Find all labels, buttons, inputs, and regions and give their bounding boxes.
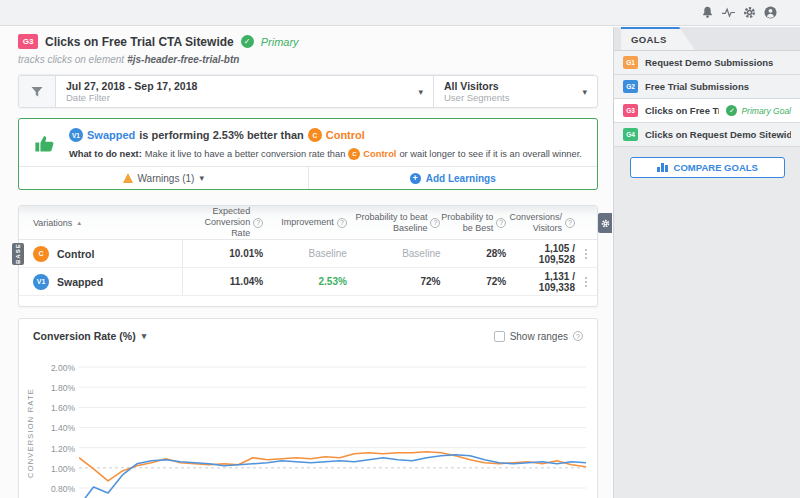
control-name: Control bbox=[326, 129, 365, 141]
prob-best-value: 28% bbox=[441, 248, 507, 259]
y-axis-tick: 1.00% bbox=[23, 464, 75, 474]
conversion-chart-card: Conversion Rate (%) ▾ Show ranges ? CONV… bbox=[18, 318, 598, 498]
table-header-row: Variations ▲ Expected Conversion Rate ? … bbox=[19, 206, 597, 240]
help-icon[interactable]: ? bbox=[337, 218, 347, 228]
goal-selector: #js-header-free-trial-btn bbox=[127, 54, 239, 65]
goal-label: Request Demo Submissions bbox=[645, 57, 773, 68]
add-learnings-button[interactable]: + Add Learnings bbox=[308, 167, 598, 189]
caret-down-icon: ▾ bbox=[142, 331, 147, 341]
column-header-improvement: Improvement ? bbox=[263, 217, 347, 228]
y-axis-tick: 2.00% bbox=[23, 363, 75, 373]
goal-badge: G1 bbox=[623, 56, 638, 69]
compare-goals-label: COMPARE GOALS bbox=[674, 162, 758, 173]
goal-description: tracks clicks on element#js-header-free-… bbox=[18, 54, 594, 65]
column-header-variations[interactable]: Variations ▲ bbox=[19, 218, 183, 228]
metric-dropdown[interactable]: Conversion Rate (%) ▾ bbox=[33, 330, 146, 342]
topbar bbox=[0, 0, 800, 26]
sidebar-tab-row: GOALS bbox=[614, 27, 800, 51]
insight-headline: V1 Swapped is performing 2.53% better th… bbox=[69, 128, 582, 142]
variation-cell: V1 Swapped bbox=[19, 268, 183, 295]
notifications-bell-icon[interactable] bbox=[701, 6, 714, 19]
goal-badge: G2 bbox=[623, 80, 638, 93]
help-icon[interactable]: ? bbox=[430, 218, 440, 228]
bar-chart-icon bbox=[657, 163, 668, 172]
user-segments-label: User Segments bbox=[444, 92, 582, 103]
conversions-value: 1,105 / 109,528 bbox=[506, 243, 575, 265]
column-header-expected-cr: Expected Conversion Rate ? bbox=[183, 206, 263, 239]
variation-badge: V1 bbox=[69, 128, 83, 142]
sidebar-item-g2[interactable]: G2 Free Trial Submissions bbox=[614, 75, 800, 99]
expected-cr-value: 10.01% bbox=[183, 248, 263, 259]
column-header-prob-best: Probability to be Best ? bbox=[440, 212, 506, 234]
goal-label: Clicks on Free Trial ... bbox=[645, 105, 719, 116]
sidebar-item-g3[interactable]: G3 Clicks on Free Trial ... ✓ Primary Go… bbox=[614, 99, 800, 123]
main-content: G3 Clicks on Free Trial CTA Sitewide ✓ P… bbox=[0, 27, 612, 498]
goal-badge: G4 bbox=[623, 128, 638, 141]
variation-badge: V1 bbox=[33, 274, 49, 290]
control-badge: C bbox=[348, 148, 360, 160]
filter-bar: Jul 27, 2018 - Sep 17, 2018 Date Filter … bbox=[18, 75, 598, 108]
goals-sidebar: GOALS G1 Request Demo Submissions G2 Fre… bbox=[613, 27, 800, 498]
add-learnings-label: Add Learnings bbox=[426, 173, 496, 184]
page-title: Clicks on Free Trial CTA Sitewide bbox=[45, 35, 234, 49]
sort-asc-icon: ▲ bbox=[76, 220, 82, 226]
help-icon[interactable]: ? bbox=[253, 218, 263, 228]
winner-insight-card: V1 Swapped is performing 2.53% better th… bbox=[18, 118, 598, 190]
next-steps-label: What to do next: bbox=[69, 149, 142, 159]
y-axis-tick: 0.80% bbox=[23, 484, 75, 494]
conversion-rate-line-chart bbox=[79, 351, 586, 498]
variation-name: Swapped bbox=[57, 276, 103, 288]
series-swapped bbox=[79, 455, 586, 498]
next-steps-text: What to do next: Make it live to have a … bbox=[69, 148, 582, 160]
date-filter-dropdown[interactable]: Jul 27, 2018 - Sep 17, 2018 Date Filter … bbox=[56, 76, 433, 107]
next-steps-before: Make it live to have a better conversion… bbox=[145, 149, 346, 159]
warnings-toggle[interactable]: Warnings (1) ▾ bbox=[19, 167, 308, 189]
baseline-tag: BASE bbox=[12, 243, 24, 265]
user-segments-value: All Visitors bbox=[444, 80, 582, 92]
y-axis-tick: 1.40% bbox=[23, 423, 75, 433]
gear-icon bbox=[601, 219, 610, 228]
filter-funnel-button[interactable] bbox=[19, 76, 56, 107]
tab-goals[interactable]: GOALS bbox=[621, 27, 697, 50]
goal-label: Clicks on Request Demo Sitewide bbox=[645, 129, 791, 140]
user-segments-dropdown[interactable]: All Visitors User Segments ▾ bbox=[433, 76, 597, 107]
primary-check-icon: ✓ bbox=[241, 35, 254, 48]
plus-icon: + bbox=[410, 173, 421, 184]
activity-pulse-icon[interactable] bbox=[722, 6, 735, 19]
chart-header: Conversion Rate (%) ▾ Show ranges ? bbox=[19, 319, 597, 342]
help-icon[interactable]: ? bbox=[573, 331, 583, 341]
help-icon[interactable]: ? bbox=[496, 218, 506, 228]
expected-cr-value: 11.04% bbox=[183, 276, 263, 287]
y-axis-tick: 1.80% bbox=[23, 383, 75, 393]
control-badge: C bbox=[33, 246, 49, 262]
improvement-value: Baseline bbox=[263, 248, 347, 259]
metric-label: Conversion Rate (%) bbox=[33, 330, 136, 342]
primary-goal-label: Primary Goal bbox=[741, 106, 791, 116]
table-settings-gear-button[interactable] bbox=[598, 213, 612, 233]
primary-check-icon: ✓ bbox=[726, 105, 737, 116]
warning-icon bbox=[123, 173, 133, 183]
row-menu-icon[interactable] bbox=[583, 247, 589, 261]
variation-name: Control bbox=[57, 248, 94, 260]
variation-cell: C Control bbox=[19, 240, 183, 267]
column-header-conversions: Conversions/ Visitors ? bbox=[506, 212, 575, 234]
sidebar-item-g4[interactable]: G4 Clicks on Request Demo Sitewide bbox=[614, 123, 800, 147]
account-avatar-icon[interactable] bbox=[764, 6, 777, 19]
prob-best-value: 72% bbox=[441, 276, 507, 287]
row-menu-icon[interactable] bbox=[583, 275, 589, 289]
help-icon[interactable]: ? bbox=[565, 218, 575, 228]
goal-label: Free Trial Submissions bbox=[645, 81, 749, 92]
show-ranges-label: Show ranges bbox=[510, 331, 568, 342]
show-ranges-checkbox[interactable] bbox=[494, 331, 505, 342]
column-label: Variations bbox=[33, 218, 72, 228]
variation-name: Swapped bbox=[87, 129, 135, 141]
control-badge: C bbox=[308, 128, 322, 142]
sidebar-item-g1[interactable]: G1 Request Demo Submissions bbox=[614, 51, 800, 75]
show-ranges-control: Show ranges ? bbox=[494, 331, 583, 342]
compare-goals-button[interactable]: COMPARE GOALS bbox=[630, 157, 785, 178]
table-row-control: BASE C Control 10.01% Baseline Baseline … bbox=[19, 240, 597, 268]
column-header-prob-beat-baseline: Probability to beat Baseline ? bbox=[347, 212, 441, 234]
settings-gear-icon[interactable] bbox=[743, 6, 756, 19]
thumbs-up-icon bbox=[33, 131, 57, 155]
date-filter-value: Jul 27, 2018 - Sep 17, 2018 bbox=[66, 80, 418, 92]
